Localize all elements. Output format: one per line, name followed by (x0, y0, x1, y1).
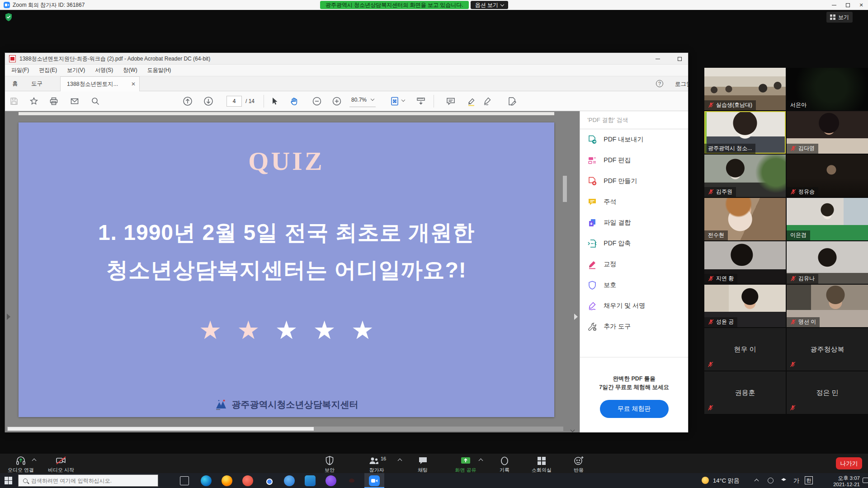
menu-edit[interactable]: 편집(E) (39, 66, 57, 74)
chat-button[interactable]: 채팅 (402, 455, 443, 474)
participant-tile[interactable]: 명선 이 (787, 285, 868, 327)
panel-tool-redact[interactable]: 교정 (580, 254, 688, 275)
reactions-button[interactable]: 반응 (558, 455, 599, 474)
star-tool-icon[interactable] (28, 96, 39, 107)
participant-tile[interactable]: 이은겸 (787, 198, 868, 240)
participant-tile[interactable]: 지연 황 (704, 241, 786, 284)
vertical-scrollbar[interactable] (563, 176, 567, 202)
firefox-icon[interactable] (222, 475, 232, 486)
comment-tool-icon[interactable] (445, 96, 456, 107)
red-app-icon[interactable] (242, 475, 253, 486)
participant-tile[interactable]: 성윤 공 (704, 285, 786, 327)
ime-hangul-indicator[interactable]: 한 (805, 476, 813, 484)
panel-tool-create-pdf[interactable]: PDF 만들기 (580, 171, 688, 192)
zoom-taskbar-icon-active[interactable] (364, 473, 384, 488)
menu-view[interactable]: 보기(V) (67, 66, 85, 74)
photos-app-icon[interactable] (284, 475, 295, 486)
login-link[interactable]: 로그인 (675, 80, 689, 88)
hand-tool-icon[interactable] (289, 96, 300, 107)
participant-tile-active-speaker[interactable]: 광주광역시 청소... (704, 111, 786, 154)
participant-tile[interactable]: 정은 민 (787, 371, 868, 414)
participant-tile[interactable]: 서은아 (787, 68, 868, 110)
media-player-icon[interactable] (326, 475, 336, 486)
tab-home[interactable]: 홈 (12, 80, 18, 88)
panel-tool-edit-pdf[interactable]: PDF 편집 (580, 150, 688, 171)
menu-file[interactable]: 파일(F) (11, 66, 29, 74)
horizontal-scrollbar[interactable] (7, 427, 563, 431)
panel-tool-compress-pdf[interactable]: PDF 압축 (580, 233, 688, 254)
zoom-in-icon[interactable] (331, 96, 342, 107)
zoom-level-dropdown[interactable]: 80.7% (349, 97, 376, 107)
menu-window[interactable]: 창(W) (123, 66, 137, 74)
breakout-rooms-button[interactable]: 소회의실 (521, 455, 562, 474)
page-number-input[interactable] (226, 96, 242, 107)
email-icon[interactable] (69, 96, 80, 107)
edge-browser-icon[interactable] (201, 475, 212, 486)
mail-app-icon[interactable] (305, 475, 316, 486)
ruler-tool-icon[interactable] (415, 96, 426, 107)
menu-help[interactable]: 도움말(H) (147, 66, 171, 74)
panel-tool-fill-sign[interactable]: 채우기 및 서명 (580, 296, 688, 316)
dropbox-tray-icon[interactable] (781, 478, 786, 483)
participant-tile[interactable]: 권용훈 (704, 371, 786, 414)
participants-button[interactable]: 16 참가자 (356, 455, 397, 474)
tab-tools[interactable]: 도구 (31, 80, 42, 88)
acrobat-minimize-button[interactable] (651, 53, 665, 65)
close-button[interactable]: ✕ (854, 0, 868, 10)
leave-button[interactable]: 나가기 (836, 457, 862, 469)
participants-options-chevron[interactable] (398, 459, 402, 463)
taskbar-clock[interactable]: 오후 3:07 2021-12-21 (817, 475, 860, 488)
search-icon[interactable] (90, 96, 101, 107)
taskbar-search-input[interactable] (31, 478, 153, 484)
start-video-button[interactable]: 비디오 시작 (40, 455, 82, 474)
chevron-down-icon[interactable] (401, 98, 405, 102)
task-view-icon[interactable] (180, 476, 189, 485)
security-button[interactable]: 보안 (309, 455, 350, 474)
document-area[interactable]: QUIZ 1. 1990년 2월 5일 전국 최초로 개원한 청소년상담복지센터… (5, 111, 580, 432)
participant-tile[interactable]: 김주원 (704, 155, 786, 197)
view-layout-button[interactable]: 보기 (826, 12, 853, 23)
help-icon[interactable]: ? (656, 80, 663, 87)
sign-tool-icon[interactable] (482, 96, 493, 107)
tray-expand-chevron[interactable] (755, 479, 759, 483)
previous-page-icon[interactable] (182, 96, 193, 107)
view-options-button[interactable]: 옵션 보기 (471, 1, 508, 9)
tab-close-icon[interactable]: ✕ (131, 81, 136, 87)
scroll-down-icon[interactable] (571, 428, 575, 432)
participant-tile[interactable]: 전수현 (704, 198, 786, 240)
record-button[interactable]: 기록 (484, 455, 525, 474)
panel-tool-combine-files[interactable]: 파일 결합 (580, 212, 688, 233)
panel-tool-comment[interactable]: 주석 (580, 192, 688, 212)
taskbar-search[interactable] (18, 474, 158, 487)
restore-button[interactable] (841, 0, 854, 10)
free-trial-button[interactable]: 무료 체험판 (600, 400, 669, 418)
minimize-button[interactable] (827, 0, 841, 10)
participant-tile[interactable]: 정유승 (787, 155, 868, 197)
menu-sign[interactable]: 서명(S) (95, 66, 113, 74)
participant-tile[interactable]: 광주청상복 (787, 328, 868, 371)
ime-language-indicator[interactable]: 가 (793, 477, 799, 485)
highlighter-icon[interactable] (466, 96, 477, 107)
zoom-out-icon[interactable] (311, 96, 322, 107)
participant-tile[interactable]: 실습생(호남대) (704, 68, 786, 110)
notification-center-icon[interactable] (863, 478, 868, 483)
open-nav-pane-arrow[interactable] (7, 314, 10, 320)
collapse-panel-arrow[interactable] (574, 314, 578, 320)
weather-label[interactable]: 14°C 맑음 (713, 477, 740, 485)
participant-tile[interactable]: 김유나 (787, 241, 868, 284)
print-icon[interactable] (48, 96, 59, 107)
weather-sun-icon[interactable] (702, 477, 709, 484)
panel-search-input[interactable] (580, 111, 688, 129)
tab-document[interactable]: 1388청소년멘토지... ✕ (60, 76, 140, 91)
fit-page-icon[interactable] (389, 96, 400, 107)
select-tool-icon[interactable] (269, 96, 280, 107)
next-page-icon[interactable] (203, 96, 214, 107)
participant-tile[interactable]: 현우 이 (704, 328, 786, 371)
participant-tile[interactable]: 김다영 (787, 111, 868, 154)
panel-tool-more-tools[interactable]: 추가 도구 (580, 316, 688, 337)
onedrive-tray-icon[interactable] (768, 478, 774, 483)
start-button[interactable] (5, 477, 12, 484)
share-review-icon[interactable] (507, 96, 518, 107)
acrobat-maximize-button[interactable] (673, 53, 686, 65)
panel-tool-protect[interactable]: 보호 (580, 275, 688, 296)
